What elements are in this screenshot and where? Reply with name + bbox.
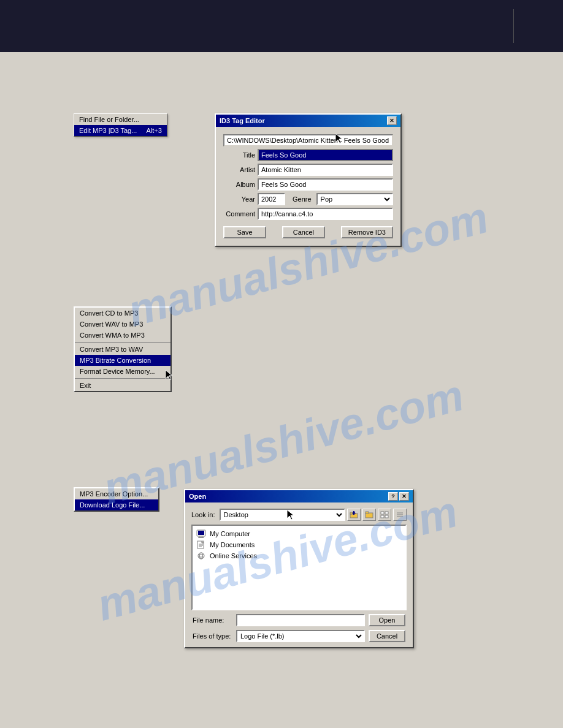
id3-title-row: Title bbox=[223, 149, 393, 161]
id3-genre-select[interactable]: Pop Rock Pop/Rock bbox=[316, 193, 393, 205]
open-filetype-row: Files of type: Logo File (*.lb) Cancel bbox=[189, 629, 409, 643]
open-file-my-documents-label: My Documents bbox=[210, 541, 255, 548]
open-dialog: Open ? ✕ Look in: Desktop My Computer My… bbox=[184, 489, 414, 648]
open-file-online-services[interactable]: Online Services bbox=[195, 550, 403, 561]
menu-item-edit-id3[interactable]: Edit MP3 |D3 Tag... Alt+3 bbox=[74, 125, 167, 136]
open-filetype-label: Files of type: bbox=[193, 632, 232, 640]
svg-rect-8 bbox=[381, 512, 384, 514]
id3-save-button[interactable]: Save bbox=[223, 226, 266, 238]
menu-convert-wav[interactable]: Convert WAV to MP3 bbox=[75, 319, 170, 330]
id3-tag-editor-dialog: ID3 Tag Editor ✕ C:\WINDOWS\Desktop\Atom… bbox=[215, 113, 402, 247]
menu-divider-1 bbox=[75, 342, 170, 343]
open-file-area: My Computer My Documents Online Services bbox=[191, 525, 407, 610]
open-open-button[interactable]: Open bbox=[369, 614, 405, 626]
open-cancel-button[interactable]: Cancel bbox=[369, 630, 405, 642]
open-titlebar: Open ? ✕ bbox=[185, 490, 413, 502]
open-lookin-label: Look in: bbox=[191, 511, 215, 518]
id3-year-input[interactable] bbox=[258, 193, 285, 205]
open-toolbar-btn-3[interactable] bbox=[378, 509, 391, 521]
open-toolbar-btn-1[interactable] bbox=[347, 509, 361, 521]
id3-titlebar-buttons: ✕ bbox=[387, 116, 397, 125]
open-lookin-select[interactable]: Desktop My Computer My Documents bbox=[220, 509, 345, 521]
menu-exit[interactable]: Exit bbox=[75, 380, 170, 391]
id3-path-bar: C:\WINDOWS\Desktop\Atomic Kitten - Feels… bbox=[223, 134, 393, 146]
id3-album-input[interactable] bbox=[258, 178, 393, 191]
id3-title: ID3 Tag Editor bbox=[220, 117, 265, 124]
context-menu-1: Find File or Folder... Edit MP3 |D3 Tag.… bbox=[74, 113, 167, 137]
menu-mp3-bitrate[interactable]: MP3 Bitrate Conversion bbox=[75, 355, 170, 366]
menu-convert-cd[interactable]: Convert CD to MP3 bbox=[75, 308, 170, 319]
id3-comment-input[interactable] bbox=[258, 208, 393, 220]
id3-artist-label: Artist bbox=[223, 166, 255, 173]
menu-convert-mp3wav[interactable]: Convert MP3 to WAV bbox=[75, 344, 170, 355]
open-file-online-services-label: Online Services bbox=[210, 552, 257, 559]
open-toolbar: Look in: Desktop My Computer My Document… bbox=[189, 506, 409, 522]
menu-download-logo[interactable]: Download Logo File... bbox=[75, 499, 158, 510]
svg-rect-16 bbox=[198, 531, 204, 535]
open-file-my-computer-label: My Computer bbox=[210, 530, 250, 537]
online-icon bbox=[196, 552, 206, 560]
svg-rect-11 bbox=[385, 515, 388, 518]
menu-convert-wma[interactable]: Convert WMA to MP3 bbox=[75, 330, 170, 341]
id3-buttons: Save Cancel Remove ID3 bbox=[221, 222, 396, 241]
menu-divider-2 bbox=[75, 378, 170, 379]
open-filename-label: File name: bbox=[193, 616, 232, 624]
id3-cancel-button[interactable]: Cancel bbox=[282, 226, 325, 238]
id3-artist-row: Artist bbox=[223, 164, 393, 176]
computer-icon bbox=[196, 529, 206, 538]
id3-year-genre-row: Year Genre Pop Rock Pop/Rock bbox=[223, 193, 393, 205]
open-filetype-select[interactable]: Logo File (*.lb) bbox=[236, 630, 365, 642]
id3-album-label: Album bbox=[223, 181, 255, 188]
id3-album-row: Album bbox=[223, 178, 393, 191]
open-content: Look in: Desktop My Computer My Document… bbox=[185, 502, 413, 647]
open-filename-input[interactable] bbox=[236, 614, 365, 626]
menu-format-device[interactable]: Format Device Memory... bbox=[75, 366, 170, 377]
id3-year-label: Year bbox=[223, 195, 255, 203]
top-header bbox=[0, 0, 563, 52]
menu-mp3-encoder[interactable]: MP3 Encoder Option... bbox=[75, 488, 158, 499]
id3-artist-input[interactable] bbox=[258, 164, 393, 176]
svg-rect-10 bbox=[381, 515, 384, 518]
id3-title-label: Title bbox=[223, 151, 255, 159]
download-menu: MP3 Encoder Option... Download Logo File… bbox=[74, 487, 159, 512]
svg-point-24 bbox=[198, 553, 204, 559]
open-close-btn[interactable]: ✕ bbox=[399, 492, 409, 501]
open-toolbar-btn-4[interactable] bbox=[393, 509, 407, 521]
convert-menu: Convert CD to MP3 Convert WAV to MP3 Con… bbox=[74, 306, 172, 392]
id3-titlebar: ID3 Tag Editor ✕ bbox=[216, 115, 400, 127]
id3-comment-label: Comment bbox=[223, 210, 255, 218]
id3-content: C:\WINDOWS\Desktop\Atomic Kitten - Feels… bbox=[216, 127, 400, 246]
section-3: MP3 Encoder Option... Download Logo File… bbox=[74, 487, 159, 512]
open-title: Open bbox=[189, 493, 206, 500]
id3-comment-row: Comment bbox=[223, 208, 393, 220]
id3-close-btn[interactable]: ✕ bbox=[387, 116, 397, 125]
svg-rect-7 bbox=[366, 512, 369, 514]
open-filename-row: File name: Open bbox=[189, 613, 409, 628]
id3-remove-button[interactable]: Remove ID3 bbox=[341, 226, 393, 238]
svg-rect-9 bbox=[385, 512, 388, 514]
header-divider bbox=[513, 9, 514, 43]
open-toolbar-btn-2[interactable] bbox=[362, 509, 376, 521]
section-1: Find File or Folder... Edit MP3 |D3 Tag.… bbox=[74, 113, 167, 137]
svg-rect-18 bbox=[198, 537, 204, 538]
open-titlebar-buttons: ? ✕ bbox=[388, 492, 409, 501]
id3-genre-label: Genre bbox=[293, 195, 312, 203]
section-2: Convert CD to MP3 Convert WAV to MP3 Con… bbox=[74, 306, 172, 392]
open-file-my-documents[interactable]: My Documents bbox=[195, 539, 403, 550]
menu-item-find[interactable]: Find File or Folder... bbox=[74, 114, 167, 125]
open-help-btn[interactable]: ? bbox=[388, 492, 398, 501]
id3-title-input[interactable] bbox=[258, 149, 393, 161]
documents-icon bbox=[196, 540, 206, 549]
open-file-my-computer[interactable]: My Computer bbox=[195, 528, 403, 539]
svg-rect-17 bbox=[199, 536, 203, 537]
